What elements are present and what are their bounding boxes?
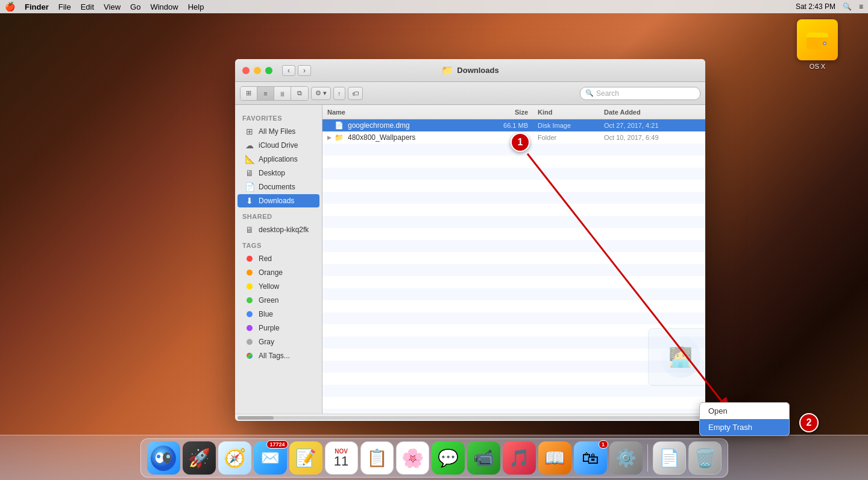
sidebar-item-icloud-drive[interactable]: ☁ iCloud Drive: [237, 139, 319, 152]
dock-music[interactable]: 🎵: [503, 441, 536, 475]
tag-btn[interactable]: 🏷: [348, 87, 363, 100]
minimize-button[interactable]: [254, 67, 261, 74]
tag-blue[interactable]: Blue: [237, 308, 319, 321]
file-row-empty: [322, 385, 705, 397]
toolbar: ⊞ ≡ ⫼ ⧉ ⚙ ▾ ↑ 🏷 🔍 Search: [235, 82, 705, 105]
file-row-empty: [322, 361, 705, 373]
file-date: Oct 10, 2017, 6:49: [604, 134, 700, 141]
tag-dot-gray: [245, 337, 254, 347]
dock-finder[interactable]: [147, 441, 180, 475]
all-my-files-icon: ⊞: [245, 127, 254, 136]
file-kind: Disk Image: [538, 122, 604, 129]
tag-orange[interactable]: Orange: [237, 266, 319, 279]
sidebar-item-label: Applications: [259, 155, 298, 163]
col-header-kind: Kind: [538, 109, 604, 116]
action-btn[interactable]: ⚙ ▾: [311, 87, 331, 100]
sidebar-item-label: Documents: [259, 183, 295, 191]
dock-photos[interactable]: 🌸: [396, 441, 429, 475]
search-menubar-icon[interactable]: 🔍: [843, 2, 852, 11]
search-icon: 🔍: [585, 89, 594, 97]
view-list-btn[interactable]: ≡: [257, 87, 274, 100]
share-btn[interactable]: ↑: [333, 87, 345, 100]
forward-button[interactable]: ›: [298, 65, 311, 76]
tag-dot-all: [245, 351, 254, 361]
tag-gray[interactable]: Gray: [237, 335, 319, 349]
dock-system-preferences[interactable]: ⚙️: [609, 441, 643, 475]
drive-icon-shape: [797, 19, 838, 60]
tag-label: Green: [259, 296, 278, 305]
view-coverflow-btn[interactable]: ⧉: [291, 87, 308, 100]
tag-label: Blue: [259, 310, 273, 318]
dock-mail[interactable]: ✉️ 17724: [254, 441, 287, 475]
osx-drive-icon[interactable]: OS X: [797, 19, 838, 70]
tag-dot-orange: [245, 268, 254, 277]
shared-computer-icon: 🖥: [245, 225, 254, 235]
file-row-empty: [322, 397, 705, 409]
scroll-track: [237, 416, 703, 420]
maximize-button[interactable]: [265, 67, 272, 74]
icloud-icon: ☁: [245, 141, 254, 150]
menu-edit[interactable]: Edit: [81, 2, 94, 11]
datetime: Sat 2:43 PM: [796, 2, 835, 11]
sidebar-item-label: iCloud Drive: [259, 141, 298, 150]
notification-icon[interactable]: ≡: [859, 2, 863, 11]
dock-preview[interactable]: 📄: [653, 441, 686, 475]
dock-books[interactable]: 📖: [538, 441, 571, 475]
annotation-2: 2: [799, 413, 819, 432]
scrollbar[interactable]: [235, 414, 705, 421]
file-row-empty: [322, 409, 705, 414]
view-column-btn[interactable]: ⫼: [274, 87, 291, 100]
dock-trash[interactable]: 🗑️: [688, 441, 722, 475]
svg-point-10: [157, 455, 160, 458]
file-row[interactable]: 📄 googlechrome.dmg 66.1 MB Disk Image Oc…: [322, 119, 705, 131]
tag-all-tags[interactable]: All Tags...: [237, 349, 319, 362]
sidebar-item-label: All My Files: [259, 127, 295, 136]
sidebar-item-all-my-files[interactable]: ⊞ All My Files: [237, 125, 319, 138]
menu-finder[interactable]: Finder: [25, 2, 49, 11]
menu-file[interactable]: File: [58, 2, 71, 11]
tag-green[interactable]: Green: [237, 294, 319, 307]
tag-dot-yellow: [245, 282, 254, 291]
menu-help[interactable]: Help: [188, 2, 204, 11]
sidebar-item-desktop-shared[interactable]: 🖥 desktop-kikq2fk: [237, 223, 319, 236]
tag-yellow[interactable]: Yellow: [237, 280, 319, 293]
sidebar-item-downloads[interactable]: ⬇ Downloads: [237, 194, 319, 207]
dock-safari[interactable]: 🧭: [218, 441, 251, 475]
context-menu-open[interactable]: Open: [700, 403, 789, 419]
appstore-badge: 1: [599, 440, 608, 449]
scroll-thumb[interactable]: [237, 416, 274, 420]
tag-label: Yellow: [259, 282, 279, 291]
apple-menu[interactable]: 🍎: [5, 2, 15, 11]
context-menu-empty-trash[interactable]: Empty Trash: [700, 419, 789, 435]
dock-facetime[interactable]: 📹: [467, 441, 500, 475]
view-mode-buttons: ⊞ ≡ ⫼ ⧉: [240, 86, 309, 101]
svg-point-11: [166, 455, 170, 458]
dock-calendar[interactable]: NOV11: [325, 441, 358, 475]
search-box[interactable]: 🔍 Search: [580, 87, 700, 100]
sidebar-item-applications[interactable]: 📐 Applications: [237, 153, 319, 166]
dock-messages[interactable]: 💬: [432, 441, 465, 475]
file-type-icon: 📄: [335, 121, 345, 130]
file-row-empty: [322, 240, 705, 252]
finder-window: ‹ › 📁 Downloads ⊞ ≡ ⫼ ⧉ ⚙ ▾ ↑ 🏷 🔍 Search: [235, 59, 705, 421]
tag-red[interactable]: Red: [237, 252, 319, 265]
sidebar-item-desktop[interactable]: 🖥 Desktop: [237, 166, 319, 180]
dock-launchpad[interactable]: 🚀: [183, 441, 216, 475]
menu-window[interactable]: Window: [150, 2, 178, 11]
dock-notes[interactable]: 📝: [289, 441, 322, 475]
tag-purple[interactable]: Purple: [237, 321, 319, 335]
dock-reminders[interactable]: 📋: [360, 441, 394, 475]
menu-view[interactable]: View: [104, 2, 121, 11]
menu-go[interactable]: Go: [130, 2, 140, 11]
sidebar-item-documents[interactable]: 📄 Documents: [237, 180, 319, 194]
file-row-empty: [322, 216, 705, 228]
dock-appstore[interactable]: 🛍 1: [574, 441, 607, 475]
close-button[interactable]: [242, 67, 250, 74]
view-icon-btn[interactable]: ⊞: [241, 87, 257, 100]
file-name: googlechrome.dmg: [348, 121, 483, 130]
back-button[interactable]: ‹: [282, 65, 295, 76]
drive-label: OS X: [810, 63, 825, 70]
file-row-empty: [322, 252, 705, 264]
file-row-empty: [322, 300, 705, 312]
window-title: 📁 Downloads: [441, 65, 498, 76]
